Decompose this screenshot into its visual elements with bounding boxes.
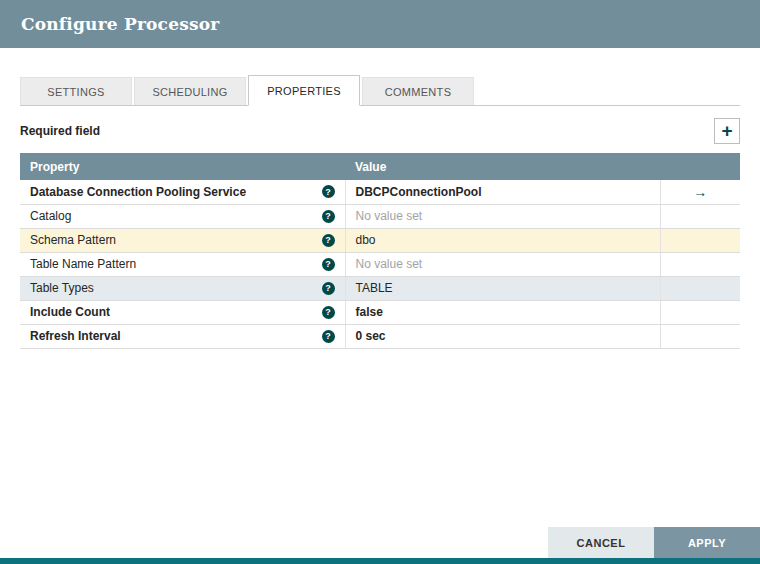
column-header-actions (660, 153, 740, 180)
dialog-actions: CANCEL APPLY (548, 527, 760, 558)
property-name: Include Count (30, 305, 110, 319)
row-actions (660, 300, 740, 324)
tab-bar: SETTINGSSCHEDULINGPROPERTIESCOMMENTS (20, 75, 740, 106)
plus-icon: + (721, 121, 732, 140)
dialog-content: SETTINGSSCHEDULINGPROPERTIESCOMMENTS Req… (0, 75, 760, 349)
property-name: Schema Pattern (30, 233, 116, 247)
properties-toolbar: Required field + (20, 118, 740, 144)
column-header-value: Value (345, 153, 660, 180)
tab-settings[interactable]: SETTINGS (20, 77, 132, 105)
help-icon[interactable]: ? (322, 234, 335, 247)
property-value[interactable]: false (345, 300, 660, 324)
property-name: Table Types (30, 281, 94, 295)
row-actions (660, 324, 740, 348)
property-cell: Catalog? (20, 204, 345, 228)
goto-service-icon[interactable]: → (693, 184, 707, 200)
property-name: Refresh Interval (30, 329, 121, 343)
property-cell: Table Name Pattern? (20, 252, 345, 276)
properties-table: Property Value Database Connection Pooli… (20, 153, 740, 349)
row-actions[interactable]: → (660, 180, 740, 204)
add-property-button[interactable]: + (714, 118, 740, 144)
row-actions (660, 252, 740, 276)
dialog-header: Configure Processor (0, 0, 760, 48)
table-row[interactable]: Table Types?TABLE (20, 276, 740, 300)
property-cell: Refresh Interval? (20, 324, 345, 348)
tab-comments[interactable]: COMMENTS (362, 77, 474, 105)
row-actions (660, 228, 740, 252)
table-header-row: Property Value (20, 153, 740, 180)
property-value[interactable]: DBCPConnectionPool (345, 180, 660, 204)
property-name: Catalog (30, 209, 71, 223)
property-cell: Schema Pattern? (20, 228, 345, 252)
apply-button[interactable]: APPLY (654, 527, 760, 558)
tab-scheduling[interactable]: SCHEDULING (134, 77, 246, 105)
table-row[interactable]: Include Count?false (20, 300, 740, 324)
help-icon[interactable]: ? (322, 282, 335, 295)
property-value[interactable]: dbo (345, 228, 660, 252)
property-name: Database Connection Pooling Service (30, 185, 246, 199)
property-cell: Table Types? (20, 276, 345, 300)
bottom-accent-bar (0, 558, 760, 564)
tab-properties[interactable]: PROPERTIES (248, 75, 360, 106)
help-icon[interactable]: ? (322, 210, 335, 223)
properties-table-body: Database Connection Pooling Service?DBCP… (20, 180, 740, 348)
help-icon[interactable]: ? (322, 306, 335, 319)
table-row[interactable]: Schema Pattern?dbo (20, 228, 740, 252)
property-cell: Include Count? (20, 300, 345, 324)
column-header-property: Property (20, 153, 345, 180)
table-row[interactable]: Refresh Interval?0 sec (20, 324, 740, 348)
cancel-button[interactable]: CANCEL (548, 527, 654, 558)
table-row[interactable]: Catalog?No value set (20, 204, 740, 228)
row-actions (660, 276, 740, 300)
property-cell: Database Connection Pooling Service? (20, 180, 345, 204)
row-actions (660, 204, 740, 228)
table-row[interactable]: Table Name Pattern?No value set (20, 252, 740, 276)
property-value[interactable]: TABLE (345, 276, 660, 300)
property-value[interactable]: 0 sec (345, 324, 660, 348)
help-icon[interactable]: ? (322, 330, 335, 343)
property-value[interactable]: No value set (345, 252, 660, 276)
property-value[interactable]: No value set (345, 204, 660, 228)
dialog-title: Configure Processor (21, 14, 219, 34)
property-name: Table Name Pattern (30, 257, 136, 271)
help-icon[interactable]: ? (322, 185, 335, 198)
required-field-label: Required field (20, 124, 100, 138)
table-row[interactable]: Database Connection Pooling Service?DBCP… (20, 180, 740, 204)
help-icon[interactable]: ? (322, 258, 335, 271)
